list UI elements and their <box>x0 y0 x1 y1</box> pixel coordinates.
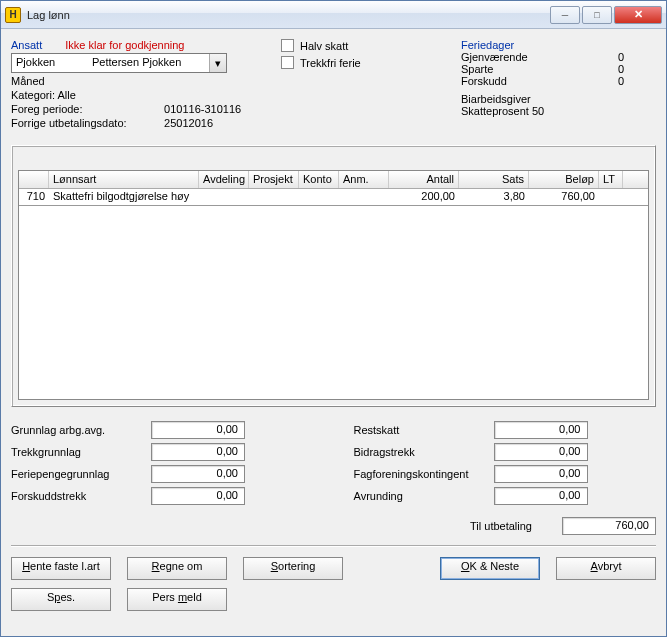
forskuddstrekk-label: Forskuddstrekk <box>11 490 151 502</box>
regne-om-button[interactable]: Regne om <box>127 557 227 580</box>
content-area: Ansatt Ikke klar for godkjenning Pjokken… <box>1 29 666 617</box>
hente-faste-button[interactable]: Hente faste l.art <box>11 557 111 580</box>
cell-belop: 760,00 <box>529 189 599 205</box>
forskudd-label: Forskudd <box>461 75 571 87</box>
maximize-button[interactable]: □ <box>582 6 612 24</box>
feriedager-label: Feriedager <box>461 39 656 51</box>
cell-sats: 3,80 <box>459 189 529 205</box>
grunnlag-arbg-label: Grunnlag arbg.avg. <box>11 424 151 436</box>
cell-avd <box>199 189 249 205</box>
totals-area: Grunnlag arbg.avg. 0,00 Trekkgrunnlag 0,… <box>11 421 656 509</box>
grid[interactable]: Lønnsart Avdeling Prosjekt Konto Anm. An… <box>18 170 649 400</box>
halv-skatt-checkbox[interactable] <box>281 39 294 52</box>
col-lonnsart[interactable]: Lønnsart <box>49 171 199 188</box>
avrunding-value: 0,00 <box>494 487 588 505</box>
forrige-utbet-label: Forrige utbetalingsdato: <box>11 117 161 129</box>
dropdown-col2: Pettersen Pjokken <box>92 56 222 68</box>
til-utbetaling-value: 760,00 <box>562 517 656 535</box>
fagforening-value: 0,00 <box>494 465 588 483</box>
grunnlag-arbg-value: 0,00 <box>151 421 245 439</box>
table-row[interactable]: 710 Skattefri bilgodtgjørelse høy 200,00… <box>19 189 648 205</box>
employee-dropdown[interactable]: Pjokken Pettersen Pjokken ▾ <box>11 53 227 73</box>
til-utbetaling-label: Til utbetaling <box>470 520 532 532</box>
window-title: Lag lønn <box>27 9 548 21</box>
col-antall[interactable]: Antall <box>389 171 459 188</box>
bidragstrekk-label: Bidragstrekk <box>354 446 494 458</box>
ok-neste-button[interactable]: OK & Neste <box>440 557 540 580</box>
trekkgrunnlag-value: 0,00 <box>151 443 245 461</box>
grid-frame: Lønnsart Avdeling Prosjekt Konto Anm. An… <box>11 145 656 407</box>
cell-konto <box>299 189 339 205</box>
grid-body-empty[interactable] <box>19 205 648 399</box>
spes-button[interactable]: Spes. <box>11 588 111 611</box>
dropdown-col1: Pjokken <box>16 56 92 68</box>
gjenvaerende-value: 0 <box>574 51 624 63</box>
chevron-down-icon[interactable]: ▾ <box>209 54 226 72</box>
grid-header: Lønnsart Avdeling Prosjekt Konto Anm. An… <box>19 171 648 189</box>
cell-code: 710 <box>19 189 49 205</box>
restskatt-label: Restskatt <box>354 424 494 436</box>
cell-anm <box>339 189 389 205</box>
forrige-utbet-value: 25012016 <box>164 117 213 129</box>
cell-lt <box>599 189 623 205</box>
divider <box>11 545 656 547</box>
avbryt-button[interactable]: Avbryt <box>556 557 656 580</box>
ansatt-label: Ansatt <box>11 39 42 51</box>
titlebar: H Lag lønn ─ □ ✕ <box>1 1 666 29</box>
col-anm[interactable]: Anm. <box>339 171 389 188</box>
col-konto[interactable]: Konto <box>299 171 339 188</box>
cell-antall: 200,00 <box>389 189 459 205</box>
cell-art: Skattefri bilgodtgjørelse høy <box>49 189 199 205</box>
skatteprosent-label: Skatteprosent 50 <box>461 105 656 117</box>
col-sats[interactable]: Sats <box>459 171 529 188</box>
app-icon: H <box>5 7 21 23</box>
feriepengegrunnlag-label: Feriepengegrunnlag <box>11 468 151 480</box>
col-prosjekt[interactable]: Prosjekt <box>249 171 299 188</box>
gjenvaerende-label: Gjenværende <box>461 51 571 63</box>
kategori-label: Kategori: Alle <box>11 89 281 101</box>
feriepengegrunnlag-value: 0,00 <box>151 465 245 483</box>
col-belop[interactable]: Beløp <box>529 171 599 188</box>
bidragstrekk-value: 0,00 <box>494 443 588 461</box>
halv-skatt-label: Halv skatt <box>300 40 348 52</box>
col-code[interactable] <box>19 171 49 188</box>
sortering-button[interactable]: Sortering <box>243 557 343 580</box>
pers-meld-button[interactable]: Pers meld <box>127 588 227 611</box>
fagforening-label: Fagforeningskontingent <box>354 468 494 480</box>
trekkgrunnlag-label: Trekkgrunnlag <box>11 446 151 458</box>
close-button[interactable]: ✕ <box>614 6 662 24</box>
sparte-value: 0 <box>574 63 624 75</box>
trekkfri-ferie-checkbox[interactable] <box>281 56 294 69</box>
avrunding-label: Avrunding <box>354 490 494 502</box>
maned-label: Måned <box>11 75 281 87</box>
restskatt-value: 0,00 <box>494 421 588 439</box>
window: H Lag lønn ─ □ ✕ Ansatt Ikke klar for go… <box>0 0 667 637</box>
foreg-periode-label: Foreg periode: <box>11 103 161 115</box>
forskuddstrekk-value: 0,00 <box>151 487 245 505</box>
biarbeidsgiver-label: Biarbeidsgiver <box>461 93 656 105</box>
foreg-periode-value: 010116-310116 <box>164 103 241 115</box>
warning-label: Ikke klar for godkjenning <box>65 39 184 51</box>
trekkfri-ferie-label: Trekkfri ferie <box>300 57 361 69</box>
col-avdeling[interactable]: Avdeling <box>199 171 249 188</box>
forskudd-value: 0 <box>574 75 624 87</box>
sparte-label: Sparte <box>461 63 571 75</box>
minimize-button[interactable]: ─ <box>550 6 580 24</box>
cell-pro <box>249 189 299 205</box>
col-lt[interactable]: LT <box>599 171 623 188</box>
